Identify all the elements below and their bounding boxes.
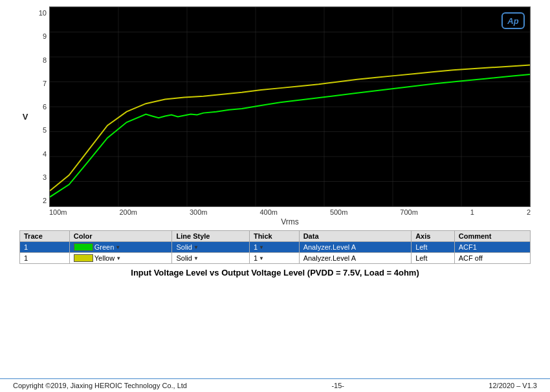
y-tick: 3 [43,173,47,181]
y-tick: 2 [43,197,47,204]
cell-trace: 1 [20,242,70,253]
col-color: Color [69,231,172,242]
cell-axis: Left [412,242,455,253]
cell-axis: Left [412,253,455,264]
footer-left: Copyright ©2019, Jiaxing HEROIC Technolo… [13,382,187,389]
cell-thick: 1▼ [249,242,299,253]
cell-linestyle: Solid▼ [172,253,249,264]
chart-area: V 1098765432 Ap [19,6,531,226]
cell-comment: ACF off [454,253,530,264]
y-axis-label: V [19,6,31,226]
y-tick: 9 [43,32,47,40]
legend-header-row: Trace Color Line Style Thick Data Axis C… [20,231,531,242]
cell-data: Analyzer.Level A [299,253,411,264]
y-tick: 10 [39,9,47,17]
col-trace: Trace [20,231,70,242]
cell-comment: ACF1 [454,242,530,253]
y-tick: 6 [43,103,47,111]
col-thick: Thick [249,231,299,242]
cell-data: Analyzer.Level A [299,242,411,253]
y-tick: 4 [43,150,47,158]
green-trace [50,74,530,197]
legend-table: Trace Color Line Style Thick Data Axis C… [19,230,531,264]
cell-trace: 1 [20,253,70,264]
y-ticks: 1098765432 [31,6,49,207]
x-ticks: 100m200m300m400m500m700m12 [49,207,531,216]
legend-row[interactable]: 1 Green ▼ Solid▼ 1▼ Analyzer.Level A Lef… [20,242,531,253]
plot-area: Ap [49,6,531,207]
cell-color: Yellow ▼ [69,253,172,264]
yellow-trace [50,65,530,191]
cell-thick: 1▼ [249,253,299,264]
x-tick: 400m [259,208,278,216]
cell-linestyle: Solid▼ [172,242,249,253]
footer: Copyright ©2019, Jiaxing HEROIC Technolo… [0,378,550,392]
col-data: Data [299,231,411,242]
x-tick: 200m [119,208,137,216]
y-tick: 7 [43,80,47,87]
chart-title: Input Voltage Level vs Output Voltage Le… [131,268,419,278]
col-linestyle: Line Style [172,231,249,242]
footer-center: -15- [331,382,344,389]
y-tick: 5 [43,126,47,134]
chart-svg [50,7,530,206]
x-tick: 500m [330,208,348,216]
cell-color: Green ▼ [69,242,172,253]
x-tick: 1 [470,208,474,216]
col-comment: Comment [454,231,530,242]
x-tick: 2 [527,208,531,216]
legend-row[interactable]: 1 Yellow ▼ Solid▼ 1▼ Analyzer.Level A Le… [20,253,531,264]
x-axis-label: Vrms [49,217,531,226]
x-tick: 100m [49,208,67,216]
footer-right: 12/2020 – V1.3 [489,382,537,389]
x-tick: 300m [190,208,208,216]
col-axis: Axis [412,231,455,242]
y-tick: 8 [43,56,47,64]
x-tick: 700m [400,208,418,216]
